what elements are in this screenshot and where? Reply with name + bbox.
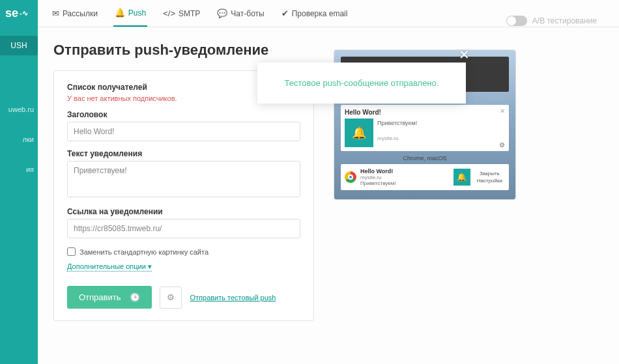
modal-message: Тестовое push-сообщение отправлено. bbox=[270, 78, 453, 88]
bell-icon: 🔔 bbox=[345, 119, 373, 147]
nav-smtp[interactable]: </>SMTP bbox=[162, 0, 201, 27]
sidebar-item[interactable] bbox=[0, 78, 38, 89]
title-label: Заголовок bbox=[67, 110, 300, 119]
more-options-link[interactable]: Дополнительные опции ▾ bbox=[67, 262, 152, 272]
body-label: Текст уведомления bbox=[67, 149, 300, 158]
gear-icon: ⚙ bbox=[167, 292, 175, 302]
notif-site: mysite.ru bbox=[377, 135, 505, 141]
check-icon: ✔ bbox=[281, 8, 289, 18]
nav-push[interactable]: 🔔Push bbox=[113, 0, 147, 27]
nav-mailings[interactable]: ✉Рассылки bbox=[51, 0, 99, 27]
code-icon: </> bbox=[163, 8, 175, 18]
notif-title: Hello Word! bbox=[345, 109, 505, 116]
nav-chatbots[interactable]: 💬Чат-боты bbox=[216, 0, 265, 27]
sidebar-item[interactable]: лки bbox=[0, 130, 38, 148]
success-modal: ✕ Тестовое push-сообщение отправлено. bbox=[257, 63, 466, 104]
form-panel: Список получателей У вас нет активных по… bbox=[53, 70, 314, 321]
chrome-icon bbox=[345, 171, 356, 183]
sidebar: se-∿ USH uweb.ru лки ия bbox=[0, 0, 38, 364]
gear-icon: ⚙ bbox=[499, 141, 505, 148]
mac-notif-site: mysite.ru bbox=[360, 175, 450, 180]
ab-testing-toggle[interactable]: A/B тестирование bbox=[506, 16, 597, 26]
send-test-link[interactable]: Отправить тестовый push bbox=[190, 294, 276, 301]
send-button[interactable]: Отправить🕒 bbox=[67, 286, 152, 309]
bell-icon: 🔔 bbox=[453, 169, 470, 186]
notification-windows: Hello Word! 🔔 Приветствуем! mysite.ru ✕ bbox=[341, 105, 509, 151]
nav-email-check[interactable]: ✔Проверка email bbox=[280, 0, 349, 27]
sidebar-item[interactable]: ия bbox=[0, 160, 38, 178]
clock-icon: 🕒 bbox=[130, 292, 140, 302]
modal-close-button[interactable]: ✕ bbox=[459, 47, 470, 63]
chat-icon: 💬 bbox=[217, 8, 227, 18]
mac-notif-title: Hello Word! bbox=[360, 168, 450, 175]
body-textarea[interactable]: Приветствуем! bbox=[67, 161, 300, 197]
sidebar-push-button[interactable]: USH bbox=[0, 36, 38, 55]
notif-body: Приветствуем! bbox=[377, 120, 505, 126]
notification-mac: Hello Word! mysite.ru Приветствуем! 🔔 За… bbox=[341, 164, 509, 190]
envelope-icon: ✉ bbox=[52, 8, 59, 18]
mac-close-action: Закрыть bbox=[474, 170, 505, 177]
sidebar-item[interactable]: uweb.ru bbox=[0, 100, 38, 119]
title-input[interactable] bbox=[67, 122, 300, 141]
link-input[interactable] bbox=[67, 219, 300, 238]
mac-label: Chrome, macOS bbox=[334, 155, 515, 161]
replace-image-checkbox[interactable] bbox=[67, 247, 76, 256]
main: ✉Рассылки 🔔Push </>SMTP 💬Чат-боты ✔Прове… bbox=[38, 0, 619, 364]
close-icon: ✕ bbox=[500, 107, 505, 115]
mac-settings-action: Настройки bbox=[474, 177, 505, 184]
bell-icon: 🔔 bbox=[115, 8, 125, 18]
mac-notif-body: Приветствуем! bbox=[360, 180, 450, 186]
replace-image-label: Заменить стандартную картинку сайта bbox=[79, 248, 209, 256]
link-label: Ссылка на уведомлении bbox=[67, 207, 300, 216]
toggle-switch[interactable] bbox=[506, 16, 527, 26]
settings-button[interactable]: ⚙ bbox=[160, 287, 182, 309]
page-title: Отправить push-уведомление bbox=[53, 42, 314, 59]
logo: se-∿ bbox=[0, 0, 38, 26]
